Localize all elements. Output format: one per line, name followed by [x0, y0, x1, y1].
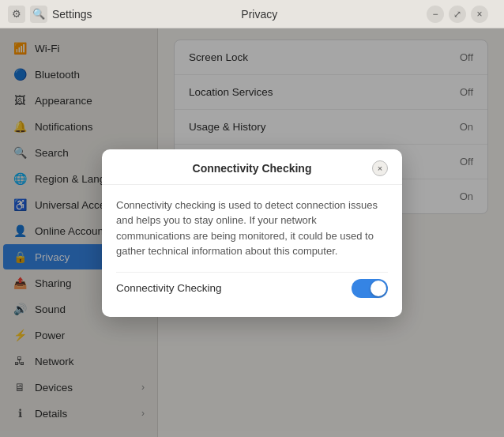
restore-button[interactable]: ⤢: [449, 6, 466, 23]
search-icon[interactable]: 🔍: [30, 6, 47, 23]
modal-header: Connectivity Checking ×: [102, 149, 402, 185]
modal-overlay: Connectivity Checking × Connectivity che…: [0, 28, 504, 437]
modal-description: Connectivity checking is used to detect …: [116, 198, 388, 259]
settings-icon[interactable]: ⚙: [8, 6, 25, 23]
window-controls: − ⤢ ×: [427, 6, 488, 23]
connectivity-checking-toggle[interactable]: [352, 279, 388, 298]
titlebar-left: ⚙ 🔍 Settings: [8, 6, 92, 23]
connectivity-checking-row: Connectivity Checking: [116, 272, 388, 304]
modal-close-button[interactable]: ×: [372, 160, 388, 176]
window-title: Privacy: [92, 8, 427, 21]
app-title: Settings: [52, 8, 92, 21]
titlebar: ⚙ 🔍 Settings Privacy − ⤢ ×: [0, 0, 504, 28]
modal-title: Connectivity Checking: [132, 162, 372, 175]
modal-body: Connectivity checking is used to detect …: [102, 185, 402, 317]
connectivity-checking-modal: Connectivity Checking × Connectivity che…: [102, 149, 402, 317]
toggle-track[interactable]: [352, 279, 388, 298]
close-button[interactable]: ×: [471, 6, 488, 23]
minimize-button[interactable]: −: [427, 6, 444, 23]
connectivity-checking-label: Connectivity Checking: [116, 282, 352, 294]
toggle-thumb: [370, 281, 386, 296]
